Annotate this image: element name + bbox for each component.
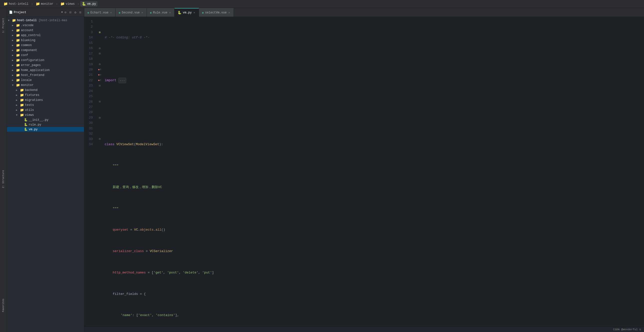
- tree-item-backend[interactable]: 📁 backend: [7, 88, 84, 93]
- arrow-utils: [16, 109, 19, 112]
- project-panel: 📄 Project ▼ ⊙ ⊟ ⚙ ⊡ 📁 host-intell [host-…: [7, 8, 84, 332]
- label-locale: locale: [21, 78, 83, 82]
- project-panel-label[interactable]: 1: Project: [2, 18, 5, 33]
- close-second[interactable]: ✕: [141, 11, 144, 14]
- code-line-20: queryset = VC . objects . all (): [105, 227, 644, 232]
- folder-backend-icon: 📁: [20, 88, 24, 92]
- fold-arrow-16[interactable]: ⊟: [99, 47, 100, 50]
- tree-item-conf[interactable]: 📁 conf: [7, 53, 84, 58]
- fold-import[interactable]: ...: [118, 78, 126, 83]
- tree-item-views[interactable]: 📁 views: [7, 113, 84, 118]
- python-icon-vm: 🐍: [178, 11, 182, 15]
- vc-serializer: VCSerializer: [150, 249, 173, 254]
- vue-icon-echart: ◈: [87, 11, 89, 15]
- code-editor[interactable]: # -*- coding: utf-8 -*- import ... class: [103, 17, 644, 327]
- str-exact: 'exact': [138, 313, 152, 318]
- left-sidebar-strip: 1: Project Z: Structure Favorites: [0, 8, 7, 332]
- favorites-panel-label[interactable]: Favorites: [2, 299, 5, 312]
- fold-arrow-19[interactable]: ⊟: [99, 63, 100, 66]
- attr-queryset: queryset: [113, 227, 128, 232]
- breakpoint-22[interactable]: ●: [98, 79, 100, 82]
- arrow-fixtures: [16, 94, 19, 97]
- close-selectvm[interactable]: ✕: [228, 11, 230, 14]
- tree-item-migrations[interactable]: 📁 migrations: [7, 98, 84, 103]
- editor-content[interactable]: 1 2 3 14 15 16 17 18 19 20 21 22 23 24 2…: [84, 17, 644, 327]
- vue-icon-selectvm: ◈: [202, 11, 204, 15]
- folder-fixtures-icon: 📁: [20, 93, 24, 97]
- collapse-icon[interactable]: ⊟: [69, 10, 72, 15]
- code-line-15: [105, 121, 644, 126]
- tab-vm[interactable]: 🐍 vm.py ✕: [174, 8, 199, 17]
- tree-item-locale[interactable]: 📁 locale: [7, 78, 84, 83]
- label-vscode: .vscode: [21, 24, 83, 27]
- folder-configuration-icon: 📁: [16, 58, 20, 62]
- code-line-22: http_method_names = [ 'get' , 'post' , '…: [105, 270, 644, 275]
- str-delete: 'delete': [183, 270, 198, 275]
- label-tests: tests: [25, 103, 83, 107]
- breakpoint-21[interactable]: ●: [98, 73, 100, 77]
- tree-item-configuration[interactable]: 📁 configuration: [7, 58, 84, 63]
- fold-arrow-26[interactable]: ⊟: [99, 100, 100, 103]
- label-home_application: home_application: [21, 68, 83, 72]
- label-vm: vm.py: [29, 128, 83, 131]
- structure-panel-label[interactable]: Z: Structure: [2, 170, 5, 188]
- vue-icon-second: ◈: [118, 11, 120, 15]
- title-bar-host-intell[interactable]: 📁 host-intell: [2, 1, 30, 6]
- code-line-1: # -*- coding: utf-8 -*-: [105, 35, 644, 40]
- vue-icon-rule: ◈: [150, 11, 152, 15]
- folder-blueking-icon: 📁: [16, 38, 20, 42]
- tree-item-component[interactable]: 📁 component: [7, 48, 84, 53]
- tree-item-utils[interactable]: 📁 utils: [7, 108, 84, 113]
- tab-label-second: Second.vue: [122, 11, 140, 14]
- label-migrations: migrations: [25, 98, 83, 102]
- tree-root[interactable]: 📁 host-intell [host-intell-mas: [7, 18, 84, 23]
- tab-selectvm[interactable]: ◈ selectVm.vue ✕: [199, 8, 234, 17]
- fold-arrow-29[interactable]: ⊟: [99, 116, 100, 119]
- close-rule[interactable]: ✕: [168, 11, 171, 14]
- project-file-icon: 📄: [9, 10, 13, 14]
- folder-error_pages-icon: 📁: [16, 63, 20, 67]
- tree-item-error_pages[interactable]: 📁 error_pages: [7, 63, 84, 68]
- fold-arrow-3[interactable]: ⊞: [99, 31, 101, 34]
- tree-item-tests[interactable]: 📁 tests: [7, 103, 84, 108]
- close-vm[interactable]: ✕: [193, 11, 196, 14]
- fold-arrow-23[interactable]: ⊟: [99, 84, 100, 87]
- fold-arrow-17[interactable]: ⊟: [99, 52, 100, 55]
- code-line-24: 'name' : [ 'exact' , 'contains' ],: [105, 313, 644, 318]
- fold-arrow-33[interactable]: ⊟: [99, 137, 100, 140]
- label-error_pages: error_pages: [21, 63, 83, 67]
- tree-item-init[interactable]: 🐍 __init__.py: [7, 118, 84, 122]
- breakpoint-20[interactable]: ●: [98, 68, 100, 71]
- tree-item-app_control[interactable]: 📁 app_control: [7, 33, 84, 38]
- tree-item-account[interactable]: 📁 account: [7, 28, 84, 33]
- arrow-error_pages: [12, 64, 15, 67]
- tree-item-vscode[interactable]: 📁 .vscode: [7, 23, 84, 28]
- close-echart[interactable]: ✕: [110, 11, 112, 14]
- tree-item-rule[interactable]: 🐍 rule.py: [7, 122, 84, 127]
- tree-item-monitor[interactable]: 📁 monitor: [7, 83, 84, 88]
- tree-item-fixtures[interactable]: 📁 fixtures: [7, 93, 84, 98]
- title-bar-monitor[interactable]: 📁 monitor: [34, 1, 55, 6]
- label-views: views: [25, 113, 83, 117]
- folder-icon: 📁: [60, 2, 64, 6]
- tab-second[interactable]: ◈ Second.vue ✕: [116, 8, 146, 17]
- locate-icon[interactable]: ⊙: [64, 10, 67, 15]
- tree-item-common[interactable]: 📁 common: [7, 43, 84, 48]
- label-monitor: monitor: [21, 83, 83, 87]
- tab-rule[interactable]: ◈ Rule.vue ✕: [147, 8, 174, 17]
- folder-locale-icon: 📁: [16, 78, 20, 82]
- tree-item-host_frontend[interactable]: 📁 host_frontend: [7, 73, 84, 78]
- title-bar-views[interactable]: 📁 views: [59, 1, 76, 6]
- code-line-19: """: [105, 206, 644, 211]
- settings-icon[interactable]: ⚙: [74, 10, 77, 15]
- main-layout: 1: Project Z: Structure Favorites 📄 Proj…: [0, 8, 644, 332]
- label-common: common: [21, 43, 83, 47]
- tab-echart[interactable]: ◈ Echart.vue ✕: [84, 8, 116, 17]
- tree-item-vm[interactable]: 🐍 vm.py: [7, 127, 84, 132]
- tree-item-blueking[interactable]: 📁 blueking: [7, 38, 84, 43]
- tree-item-home_application[interactable]: 📁 home_application: [7, 68, 84, 73]
- line-numbers: 1 2 3 14 15 16 17 18 19 20 21 22 23 24 2…: [84, 17, 97, 327]
- arrow-home_application: [12, 69, 15, 72]
- title-bar-vm[interactable]: 🐍 vm.py: [80, 1, 98, 6]
- gear-icon[interactable]: ⊡: [78, 10, 82, 15]
